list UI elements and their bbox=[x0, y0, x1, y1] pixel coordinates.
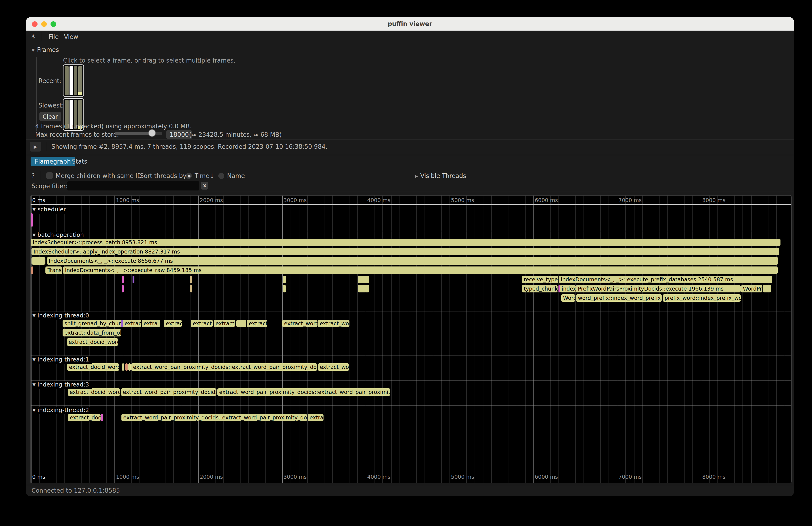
scope-bar[interactable] bbox=[122, 276, 124, 283]
axis-tick-label: 4000 ms bbox=[367, 473, 390, 480]
scope-bar[interactable]: extrac bbox=[164, 320, 182, 327]
section-separator bbox=[31, 355, 791, 355]
frames-section-header[interactable]: ▼Frames bbox=[31, 46, 59, 53]
scope-bar[interactable]: Word bbox=[561, 294, 575, 302]
clear-frames-button[interactable]: Clear bbox=[39, 112, 61, 121]
scope-bar[interactable]: IndexDocuments<_, _>::execute_raw 8459.1… bbox=[63, 266, 778, 274]
scope-bar[interactable]: extract::data_from_ob bbox=[62, 329, 121, 336]
scope-bar[interactable]: WordPr bbox=[741, 285, 763, 292]
flamegraph-canvas[interactable]: 0 ms0 ms1000 ms1000 ms2000 ms2000 ms3000… bbox=[30, 195, 792, 483]
scope-bar[interactable] bbox=[358, 285, 369, 292]
axis-tick-label: 5000 ms bbox=[451, 197, 474, 203]
theme-toggle-icon[interactable]: ☀ bbox=[31, 33, 36, 40]
scope-bar[interactable]: extract_word_pair_proximity_docids::extr… bbox=[217, 388, 390, 396]
scope-bar[interactable] bbox=[122, 285, 124, 292]
thread-collapse-arrow-icon: ▼ bbox=[32, 408, 36, 412]
scope-bar[interactable] bbox=[283, 276, 286, 283]
scope-bar[interactable] bbox=[32, 257, 46, 265]
scope-bar[interactable] bbox=[128, 363, 131, 371]
visible-threads-header[interactable]: ▶Visible Threads bbox=[415, 172, 466, 179]
scope-bar[interactable]: extract_docid_word bbox=[67, 363, 119, 371]
scope-bar[interactable] bbox=[283, 285, 286, 292]
slider-fill bbox=[115, 132, 152, 135]
play-pause-button[interactable]: ▶ bbox=[30, 142, 41, 151]
clear-filter-button[interactable]: x bbox=[201, 182, 208, 190]
tab-stats[interactable]: Stats bbox=[68, 157, 91, 166]
thread-header-indexing-thread:2[interactable]: ▼indexing-thread:2 bbox=[32, 407, 92, 414]
axis-tick-label: 0 ms bbox=[32, 197, 45, 203]
scope-bar[interactable]: extract_wo bbox=[318, 363, 349, 371]
scope-bar[interactable] bbox=[132, 276, 134, 283]
scope-bar[interactable]: extract_wo bbox=[318, 320, 349, 327]
merge-children-label: Merge children with same ID bbox=[56, 172, 142, 179]
scope-bar[interactable]: prefix_word::index_prefix_wo bbox=[663, 294, 741, 302]
scope-bar[interactable]: extract_word bbox=[282, 320, 318, 327]
sort-direction-arrow-icon[interactable]: ↓ bbox=[209, 172, 215, 179]
scope-bar[interactable]: extract bbox=[123, 320, 141, 327]
scope-bar[interactable]: extract_word_pair_proximity_docids::extr… bbox=[121, 414, 307, 421]
scope-bar[interactable]: extract_doc bbox=[68, 414, 101, 421]
scope-filter-label: Scope filter: bbox=[31, 182, 68, 190]
menu-view[interactable]: View bbox=[64, 33, 78, 40]
max-frames-label: Max recent frames to store: bbox=[35, 131, 119, 138]
help-button[interactable]: ? bbox=[31, 172, 35, 179]
scope-bar[interactable] bbox=[122, 363, 124, 371]
slider-knob[interactable] bbox=[148, 129, 156, 137]
thread-header-indexing-thread:3[interactable]: ▼indexing-thread:3 bbox=[32, 381, 92, 389]
axis-tick-label: 5000 ms bbox=[451, 473, 474, 480]
scope-bar[interactable]: word_prefix::index_word_prefix_ bbox=[576, 294, 662, 302]
axis-tick-label: 4000 ms bbox=[367, 197, 390, 203]
merge-children-checkbox[interactable] bbox=[46, 172, 53, 179]
scope-filter-input[interactable] bbox=[67, 181, 199, 190]
frame-duration-bar bbox=[70, 66, 73, 95]
scope-bar[interactable] bbox=[31, 266, 33, 274]
scope-bar[interactable] bbox=[236, 320, 246, 327]
max-frames-value[interactable]: 18000 bbox=[166, 130, 192, 139]
scope-bar[interactable]: receive_typed_ bbox=[522, 276, 558, 283]
scope-bar[interactable] bbox=[101, 414, 103, 421]
separator bbox=[26, 155, 794, 155]
scope-bar[interactable]: extract_ bbox=[214, 320, 235, 327]
scope-bar[interactable]: IndexScheduler>::apply_index_operation 8… bbox=[32, 248, 779, 255]
scope-bar[interactable] bbox=[190, 276, 192, 283]
sort-time-radio[interactable] bbox=[186, 173, 192, 179]
scope-bar[interactable] bbox=[125, 363, 128, 371]
axis-tick-label: 2000 ms bbox=[200, 473, 223, 480]
recent-label: Recent: bbox=[39, 77, 61, 84]
menu-file[interactable]: File bbox=[49, 33, 59, 40]
scope-bar[interactable]: IndexDocuments<_, _>::execute_prefix_dat… bbox=[559, 276, 772, 283]
scope-bar[interactable]: typed_chunk::w bbox=[522, 285, 557, 292]
axis-tick-label: 1000 ms bbox=[116, 197, 139, 203]
scope-bar[interactable] bbox=[31, 213, 33, 227]
recent-frame-thumbnail[interactable] bbox=[63, 64, 84, 97]
scope-bar[interactable]: PrefixWordPairsProximityDocids::execute … bbox=[576, 285, 741, 292]
thread-header-scheduler[interactable]: ▼scheduler bbox=[32, 206, 69, 214]
scope-bar[interactable] bbox=[190, 285, 192, 292]
scope-bar[interactable]: split_grenad_by_chun bbox=[62, 320, 121, 327]
scope-bar[interactable]: Trans bbox=[46, 266, 62, 274]
thread-header-batch-operation[interactable]: ▼batch-operation bbox=[32, 232, 87, 239]
scope-bar[interactable]: extract_word_pair_proximity_docids bbox=[121, 388, 216, 396]
scope-bar[interactable]: extract bbox=[247, 320, 267, 327]
scope-bar[interactable]: extrac bbox=[308, 414, 323, 421]
thread-collapse-arrow-icon: ▼ bbox=[32, 382, 36, 387]
scope-bar[interactable]: extract_docid_word bbox=[67, 338, 118, 346]
scope-bar[interactable]: extract_docid_word bbox=[68, 388, 120, 396]
scope-bar[interactable] bbox=[358, 276, 369, 283]
separator bbox=[26, 191, 794, 191]
axis-tick-label: 1000 ms bbox=[116, 473, 139, 480]
sort-name-radio[interactable] bbox=[218, 173, 224, 179]
thread-header-indexing-thread:1[interactable]: ▼indexing-thread:1 bbox=[32, 356, 92, 364]
divider bbox=[135, 172, 135, 180]
scope-bar[interactable]: extra bbox=[142, 320, 160, 327]
scope-bar[interactable]: extract_word_pair_proximity_docids::extr… bbox=[131, 363, 317, 371]
scope-bar[interactable] bbox=[763, 285, 771, 292]
thread-header-indexing-thread:0[interactable]: ▼indexing-thread:0 bbox=[32, 312, 92, 320]
scope-bar[interactable]: extract_ bbox=[191, 320, 213, 327]
scope-bar[interactable]: index bbox=[560, 285, 576, 292]
axis-tick-label: 0 ms bbox=[32, 473, 45, 480]
scope-bar[interactable]: IndexDocuments<_, _>::execute 8656.677 m… bbox=[47, 257, 779, 265]
max-frames-slider[interactable] bbox=[115, 132, 162, 135]
section-separator bbox=[31, 406, 791, 406]
scope-bar[interactable]: IndexScheduler>::process_batch 8953.821 … bbox=[31, 239, 781, 246]
